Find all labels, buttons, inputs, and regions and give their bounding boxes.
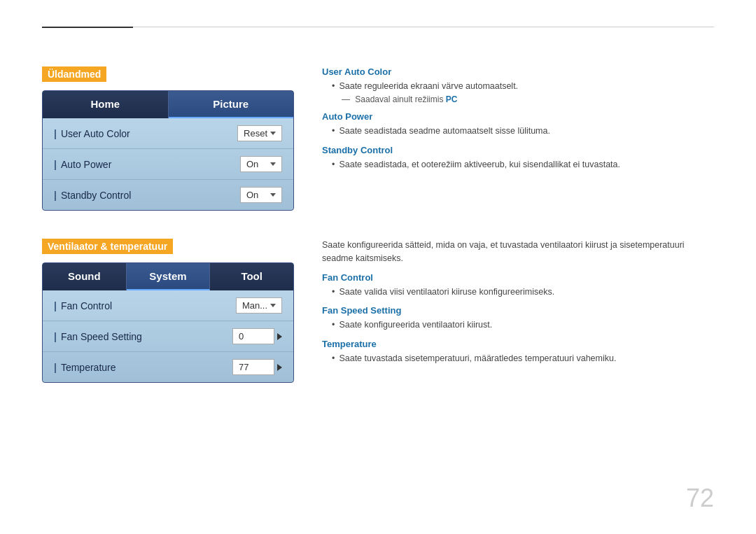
- temperature-arrow-right-icon[interactable]: [277, 364, 282, 371]
- menu-item-standby-control: Standby Control On: [43, 180, 293, 210]
- tab-picture[interactable]: Picture: [169, 91, 294, 118]
- menu-item-control-fan-speed[interactable]: 0: [232, 328, 282, 344]
- menu-item-control-fan-control[interactable]: Man...: [236, 297, 282, 314]
- menu-item-label-temperature: Temperature: [54, 362, 232, 373]
- section1-items: User Auto Color Reset Auto Power: [43, 118, 293, 210]
- reset-control[interactable]: Reset: [237, 125, 282, 141]
- desc-title-temperature: Temperature: [322, 339, 714, 349]
- desc-title-fan-control: Fan Control: [322, 272, 714, 283]
- menu-item-label-fan-speed-setting: Fan Speed Setting: [54, 331, 232, 342]
- fan-speed-arrow-right-icon[interactable]: [277, 333, 282, 340]
- temperature-value-box: 77: [232, 359, 274, 375]
- section-uldandmed: Üldandmed Home Picture User Auto Color R…: [42, 66, 714, 211]
- reset-arrow-icon: [270, 132, 276, 135]
- top-line-accent: [42, 27, 133, 28]
- menu-item-fan-speed-setting: Fan Speed Setting 0: [43, 321, 293, 352]
- fan-speed-value-box: 0: [232, 328, 274, 344]
- section2-left: Ventilaator & temperatuur Sound System T…: [42, 239, 294, 383]
- desc-text-fan-speed-0: Saate konfigureerida ventilaatori kiirus…: [332, 318, 714, 332]
- menu-item-control-temperature[interactable]: 77: [232, 359, 282, 375]
- menu-item-user-auto-color: User Auto Color Reset: [43, 118, 293, 149]
- section1-right: User Auto Color Saate reguleerida ekraan…: [322, 66, 714, 211]
- menu-item-label-fan-control: Fan Control: [54, 300, 236, 311]
- fan-control-dropdown[interactable]: Man...: [236, 297, 282, 314]
- section1-left: Üldandmed Home Picture User Auto Color R…: [42, 66, 294, 211]
- fan-control-arrow-icon: [270, 304, 276, 307]
- top-line: [42, 27, 714, 27]
- menu-item-label-user-auto-color: User Auto Color: [54, 128, 237, 139]
- standby-control-dropdown[interactable]: On: [240, 187, 282, 203]
- desc-sub-user-auto-color: Saadaval ainult režiimis PC: [342, 94, 714, 104]
- desc-title-auto-power: Auto Power: [322, 111, 714, 122]
- section2-title: Ventilaator & temperatuur: [42, 239, 173, 254]
- menu-item-fan-control: Fan Control Man...: [43, 290, 293, 321]
- section1-title: Üldandmed: [42, 66, 106, 82]
- section-ventilaator: Ventilaator & temperatuur Sound System T…: [42, 239, 714, 383]
- tab-tool[interactable]: Tool: [210, 263, 293, 290]
- desc-sub-link: PC: [446, 94, 458, 104]
- tab-sound[interactable]: Sound: [43, 263, 127, 290]
- desc-title-fan-speed-setting: Fan Speed Setting: [322, 305, 714, 316]
- section2-menu-panel: Sound System Tool Fan Control Man...: [42, 262, 294, 383]
- auto-power-dropdown[interactable]: On: [240, 156, 282, 172]
- menu-item-auto-power: Auto Power On: [43, 149, 293, 180]
- desc-text-fan-control-0: Saate valida viisi ventilaatori kiiruse …: [332, 286, 714, 299]
- menu-item-control-user-auto-color[interactable]: Reset: [237, 125, 282, 141]
- menu-item-control-auto-power[interactable]: On: [240, 156, 282, 172]
- desc-title-user-auto-color: User Auto Color: [322, 66, 714, 77]
- menu-item-label-standby-control: Standby Control: [54, 190, 240, 201]
- auto-power-arrow-icon: [270, 162, 276, 166]
- section1-menu-panel: Home Picture User Auto Color Reset: [42, 90, 294, 211]
- page-container: Üldandmed Home Picture User Auto Color R…: [0, 0, 756, 534]
- section2-intro: Saate konfigureerida sätteid, mida on va…: [322, 239, 714, 265]
- section2-right: Saate konfigureerida sätteid, mida on va…: [322, 239, 714, 383]
- tab-system[interactable]: System: [127, 263, 211, 290]
- desc-text-auto-power-0: Saate seadistada seadme automaatselt sis…: [332, 125, 714, 138]
- page-number: 72: [686, 484, 714, 513]
- desc-text-user-auto-color-0: Saate reguleerida ekraani värve automaat…: [332, 80, 714, 93]
- menu-item-control-standby-control[interactable]: On: [240, 187, 282, 203]
- desc-text-temperature-0: Saate tuvastada sisetemperatuuri, määrat…: [332, 352, 714, 365]
- desc-sub-text: Saadaval ainult režiimis: [355, 94, 445, 104]
- desc-text-standby-0: Saate seadistada, et ooterežiim aktiveer…: [332, 158, 714, 171]
- tab-home[interactable]: Home: [43, 91, 169, 118]
- menu-item-label-auto-power: Auto Power: [54, 159, 240, 170]
- section2-tabs: Sound System Tool: [43, 263, 293, 290]
- section2-items: Fan Control Man... Fan Speed Setting: [43, 290, 293, 382]
- menu-item-temperature: Temperature 77: [43, 352, 293, 382]
- section1-tabs: Home Picture: [43, 91, 293, 118]
- standby-arrow-icon: [270, 193, 276, 197]
- desc-title-standby-control: Standby Control: [322, 145, 714, 155]
